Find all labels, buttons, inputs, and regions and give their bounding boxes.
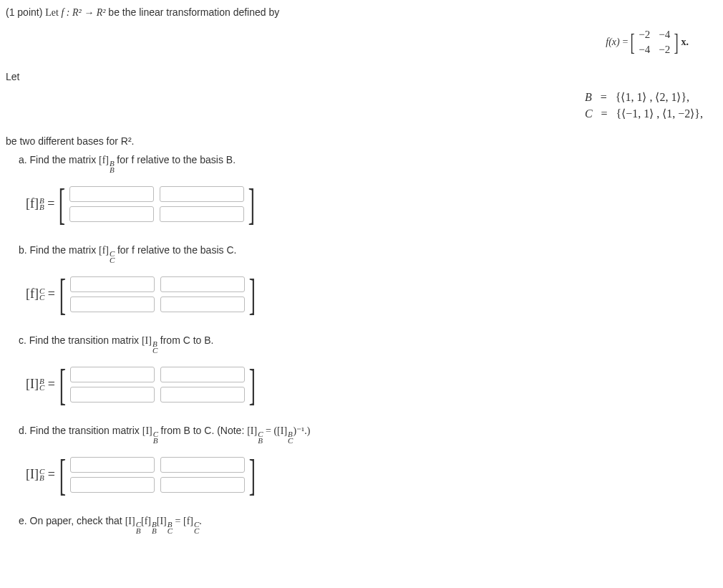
d-cell-12[interactable] [160,457,245,473]
b-cell-11[interactable] [70,276,155,292]
fx-tail: x. [681,36,689,47]
part-d-answer: [I]CB = [ ] [26,454,717,496]
part-b-prompt: b. Find the matrix [f]CC for f relative … [19,244,717,264]
d-cell-22[interactable] [160,477,245,493]
function-map: f : R² → R² [61,7,105,18]
part-c-answer: [I]BC = [ ] [26,364,717,405]
a-cell-12[interactable] [160,186,244,202]
let-line: Let [6,70,717,85]
part-e-prompt: e. On paper, check that [I]CB[f]BB[I]BC … [19,514,717,534]
a-cell-21[interactable] [69,206,154,222]
points-label: (1 point) [6,6,42,18]
c-cell-21[interactable] [70,387,155,403]
fx-matrix: [ −2−4 −4−2 ] [631,27,679,57]
part-a-answer: [f]BB = [ ] [26,183,717,225]
part-c-prompt: c. Find the transition matrix [I]BC from… [19,334,717,354]
c-cell-22[interactable] [160,387,245,403]
b-cell-22[interactable] [160,297,245,312]
fx-equation: f(x) = [ −2−4 −4−2 ] x. [6,27,717,57]
b-cell-21[interactable] [70,297,155,312]
part-a-prompt: a. Find the matrix [f]BB for f relative … [19,153,717,173]
fx-lhs: f(x) [606,36,619,47]
b-cell-12[interactable] [160,276,245,292]
two-bases-line: be two different bases for R². [6,135,717,149]
part-b-answer: [f]CC = [ ] [26,274,717,315]
intro-tail: be the linear transformation defined by [108,6,279,18]
let-word: Let [45,7,61,18]
problem-intro: (1 point) Let f : R² → R² be the linear … [6,6,717,20]
c-cell-12[interactable] [160,367,245,382]
a-cell-22[interactable] [160,206,244,222]
c-cell-11[interactable] [70,367,155,382]
bases-definitions: B = {⟨1, 1⟩ , ⟨2, 1⟩}, C = {⟨−1, 1⟩ , ⟨1… [6,90,717,122]
d-cell-21[interactable] [70,477,155,493]
a-cell-11[interactable] [69,186,154,202]
part-d-prompt: d. Find the transition matrix [I]CB from… [19,424,717,444]
d-cell-11[interactable] [70,457,155,473]
